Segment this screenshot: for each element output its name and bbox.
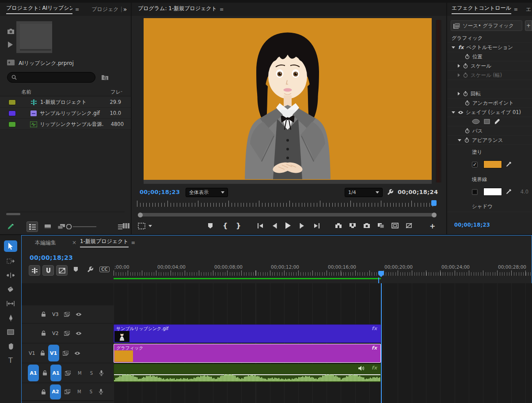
eye-icon[interactable] — [458, 110, 464, 114]
multicam-toggle-button[interactable] — [406, 223, 412, 228]
stopwatch-icon[interactable] — [465, 128, 470, 133]
snap-toggle-button[interactable] — [42, 265, 54, 276]
nest-toggle-button[interactable] — [29, 265, 40, 276]
property-scale-width[interactable]: スケール (幅) — [447, 71, 532, 80]
track-target-a1[interactable]: A1 — [50, 365, 61, 381]
label-chip[interactable] — [8, 99, 16, 105]
program-timecode-current[interactable]: 00;00;18;23 — [140, 189, 180, 195]
track-content-area[interactable] — [114, 283, 532, 403]
tab-effects-2[interactable]: エ — [526, 6, 531, 13]
close-icon[interactable]: × — [72, 240, 76, 246]
extract-button[interactable] — [349, 223, 356, 228]
column-name[interactable]: 名前 — [21, 89, 31, 95]
program-playhead[interactable] — [431, 200, 437, 206]
pen-tool[interactable] — [4, 312, 17, 323]
play-icon[interactable] — [8, 42, 13, 48]
captions-cc-button[interactable]: CC — [99, 266, 110, 272]
pen-tool-icon[interactable] — [494, 119, 500, 125]
eye-icon[interactable] — [76, 312, 82, 316]
timeline-marker-button[interactable] — [73, 266, 78, 272]
mark-out-button[interactable]: } — [236, 221, 241, 230]
tab-effect-controls[interactable]: エフェクトコントロール — [452, 4, 511, 14]
track-label[interactable]: V2 — [52, 331, 59, 336]
mark-in-button[interactable]: { — [223, 221, 228, 230]
column-framerate[interactable]: フレ· — [110, 89, 122, 95]
razor-tool[interactable] — [4, 284, 17, 295]
panel-menu-icon[interactable]: ≡ — [514, 7, 518, 12]
find-in-bin-button[interactable] — [100, 73, 110, 82]
playback-resolution-dropdown[interactable]: 1/4 — [345, 188, 383, 197]
track-target-a2[interactable]: A2 — [50, 384, 61, 399]
lock-icon[interactable] — [41, 331, 46, 336]
stopwatch-icon[interactable] — [465, 100, 470, 106]
comparison-view-button[interactable] — [377, 223, 384, 228]
go-to-in-button[interactable] — [257, 223, 263, 228]
twirl-closed-icon[interactable] — [458, 73, 460, 77]
mic-icon[interactable] — [99, 389, 103, 395]
source-patch-v1[interactable]: V1 — [29, 350, 35, 356]
track-target-v1[interactable]: V1 — [48, 345, 59, 361]
writable-pencil-icon[interactable] — [7, 223, 15, 230]
fill-color-swatch[interactable] — [483, 160, 502, 168]
twirl-closed-icon[interactable] — [458, 64, 460, 68]
stroke-color-swatch[interactable] — [483, 188, 502, 196]
track-header-a3-partial[interactable] — [22, 401, 114, 403]
sync-lock-icon[interactable] — [64, 312, 70, 317]
freeform-view-button[interactable] — [57, 224, 66, 230]
property-scale[interactable]: スケール — [447, 61, 532, 71]
property-rotation[interactable]: 回転 — [447, 89, 532, 99]
timeline-settings-wrench[interactable] — [87, 266, 94, 273]
program-zoom-scrollbar[interactable] — [138, 212, 437, 217]
zoom-slider[interactable] — [66, 224, 97, 229]
eyedropper-icon[interactable] — [506, 162, 511, 167]
list-view-button[interactable] — [27, 221, 38, 232]
preview-thumbnail[interactable] — [16, 21, 52, 53]
clip-button-partial[interactable]: + — [525, 20, 532, 31]
twirl-open-icon[interactable] — [458, 139, 461, 141]
fill-checkbox[interactable]: ✓ — [472, 162, 478, 167]
stopwatch-icon[interactable] — [463, 91, 468, 96]
clip-gif[interactable]: サンプルリップシンク.gif fx — [114, 324, 381, 343]
property-anchor-point[interactable]: アンカーポイント — [447, 99, 532, 108]
tab-sequence[interactable]: 1-新規プロジェクト — [80, 238, 129, 247]
twirl-open-icon[interactable] — [452, 46, 455, 49]
camera-icon[interactable] — [7, 28, 15, 34]
add-marker-button[interactable] — [208, 223, 213, 229]
bin-row-sequence[interactable]: 1-新規プロジェクト 29.9 — [0, 97, 131, 108]
lock-icon[interactable] — [40, 350, 45, 356]
property-position[interactable]: 位置 — [447, 52, 532, 61]
step-forward-button[interactable] — [300, 223, 305, 228]
stopwatch-icon[interactable] — [465, 54, 470, 59]
group-appearance[interactable]: アピアランス — [447, 136, 532, 145]
settings-grid-button[interactable] — [138, 223, 145, 229]
tab-project[interactable]: プロジェクト: AIリップシンク — [6, 4, 72, 14]
solo-button[interactable]: S — [90, 371, 93, 376]
eye-icon[interactable] — [76, 331, 82, 335]
twirl-closed-icon[interactable] — [458, 92, 460, 95]
stroke-width-value[interactable]: 4.0 — [521, 189, 528, 195]
search-input[interactable] — [7, 72, 95, 83]
stroke-checkbox[interactable] — [472, 189, 478, 195]
track-header-v1[interactable]: V1 V1 — [22, 343, 114, 363]
type-tool[interactable]: T — [4, 354, 17, 366]
clip-audio[interactable]: fx — [114, 364, 381, 382]
ellipse-tool-icon[interactable] — [472, 119, 480, 124]
mute-button[interactable]: M — [78, 371, 82, 376]
horizontal-scrollbar[interactable] — [6, 212, 125, 215]
sync-lock-icon[interactable] — [63, 351, 68, 356]
lock-icon[interactable] — [42, 370, 47, 376]
lock-icon[interactable] — [41, 312, 46, 317]
play-button[interactable] — [285, 222, 291, 229]
track-select-forward-tool[interactable] — [4, 255, 17, 267]
panel-menu-icon[interactable]: ≡ — [75, 7, 79, 12]
mute-button[interactable]: M — [77, 389, 81, 394]
project-file-name[interactable]: AIリップシンク.prproj — [19, 60, 74, 67]
ripple-edit-tool[interactable] — [4, 270, 17, 281]
lift-button[interactable] — [335, 223, 342, 228]
track-header-a2[interactable]: A2 M S — [22, 383, 114, 401]
export-frame-button[interactable] — [363, 223, 370, 228]
rectangle-tool-icon[interactable] — [484, 119, 490, 124]
safe-margins-button[interactable] — [391, 223, 399, 228]
tab-main-edit[interactable]: 本編編集 — [35, 239, 56, 247]
sync-lock-icon[interactable] — [65, 371, 71, 376]
